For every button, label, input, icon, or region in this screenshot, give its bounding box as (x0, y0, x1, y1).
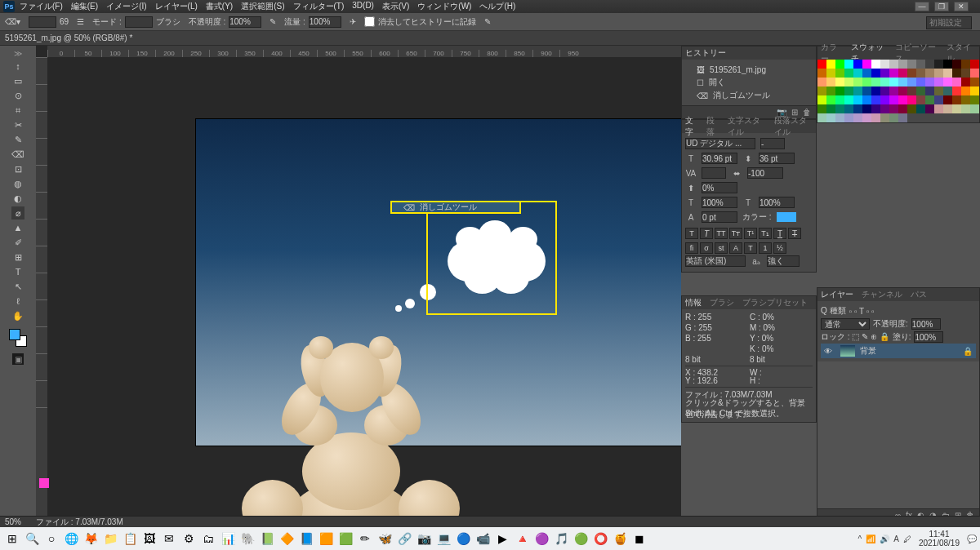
swatch[interactable] (835, 86, 844, 95)
swatch[interactable] (826, 69, 835, 78)
menu-filter[interactable]: フィルター(T) (293, 1, 345, 12)
menu-layer[interactable]: レイヤー(L) (155, 1, 198, 12)
fg-color-swatch[interactable] (9, 329, 20, 340)
swatch[interactable] (898, 104, 907, 113)
brush-panel-icon[interactable]: ☰ (77, 17, 84, 26)
swatch[interactable] (970, 104, 979, 113)
taskbar-app-icon[interactable]: 🟧 (317, 530, 335, 548)
underline-button[interactable]: T (773, 228, 786, 239)
brush-tool[interactable]: ⊡ (11, 162, 24, 175)
swatch[interactable] (889, 113, 898, 122)
leading-input[interactable] (759, 153, 795, 164)
taskbar-app-icon[interactable]: 💻 (434, 530, 452, 548)
swatch[interactable] (889, 104, 898, 113)
doc-size-display[interactable]: ファイル : 7.03M/7.03M (36, 517, 123, 528)
swatch[interactable] (943, 69, 952, 78)
swatch[interactable] (970, 69, 979, 78)
swatch[interactable] (925, 95, 934, 104)
tray-volume-icon[interactable]: 🔊 (880, 534, 889, 543)
brush-tab[interactable]: ブラシ (710, 297, 734, 308)
ot-6[interactable]: 1 (759, 242, 772, 254)
swatch[interactable] (898, 113, 907, 122)
path-select-tool[interactable]: T (11, 265, 24, 278)
swatch[interactable] (907, 60, 916, 69)
min-button[interactable]: — (915, 2, 929, 11)
swatch[interactable] (943, 78, 952, 86)
taskbar-app-icon[interactable]: ◼ (630, 530, 648, 548)
swatch[interactable] (817, 104, 826, 113)
marquee-tool[interactable]: ▭ (11, 74, 24, 87)
taskbar-app-icon[interactable]: 🔍 (23, 530, 41, 548)
swatch[interactable] (898, 86, 907, 95)
workspace-switcher[interactable]: 初期設定 (926, 16, 972, 29)
menu-3d[interactable]: 3D(D) (352, 1, 374, 12)
swatch[interactable] (916, 104, 925, 113)
pressure-opacity-icon[interactable]: ✎ (270, 17, 276, 26)
swatch[interactable] (925, 78, 934, 86)
swatch[interactable] (889, 86, 898, 95)
ot-1[interactable]: fi (685, 242, 698, 254)
ruler-vertical[interactable] (36, 57, 47, 522)
tool-preset-icon[interactable]: ⌫▾ (5, 17, 20, 26)
taskbar-app-icon[interactable]: ⚙ (180, 530, 198, 548)
flow-input[interactable] (309, 16, 341, 28)
swatch[interactable] (835, 113, 844, 122)
menu-edit[interactable]: 編集(E) (71, 1, 98, 12)
swatch[interactable] (826, 95, 835, 104)
font-size-input[interactable] (702, 153, 737, 164)
erase-history-check[interactable] (364, 16, 375, 27)
lang-input[interactable] (685, 255, 746, 267)
swatch[interactable] (970, 78, 979, 86)
swatch[interactable] (880, 113, 889, 122)
paths-tab[interactable]: パス (911, 289, 927, 300)
taskbar-app-icon[interactable]: 🟣 (532, 530, 550, 548)
taskbar-app-icon[interactable]: 📷 (415, 530, 433, 548)
swatch[interactable] (853, 104, 862, 113)
notification-icon[interactable]: 💬 (967, 534, 977, 543)
swatch[interactable] (853, 69, 862, 78)
swatch[interactable] (952, 104, 961, 113)
swatch[interactable] (853, 86, 862, 95)
swatch[interactable] (943, 86, 952, 95)
opacity-input[interactable] (229, 16, 261, 28)
vscale-input[interactable] (759, 197, 795, 208)
swatch[interactable] (889, 95, 898, 104)
quick-mask-button[interactable]: ▣ (12, 353, 24, 365)
move-tool[interactable]: ↕ (11, 60, 24, 73)
menu-window[interactable]: ウィンドウ(W) (417, 1, 471, 12)
ot-4[interactable]: A (729, 242, 742, 254)
swatch[interactable] (916, 69, 925, 78)
swatch[interactable] (844, 60, 853, 69)
swatch[interactable] (889, 60, 898, 69)
lasso-tool[interactable]: ⊙ (11, 89, 24, 102)
swatch[interactable] (952, 95, 961, 104)
bold-button[interactable]: T (685, 228, 698, 239)
menu-select[interactable]: 選択範囲(S) (241, 1, 284, 12)
swatch[interactable] (898, 95, 907, 104)
swatch[interactable] (871, 104, 880, 113)
taskbar-app-icon[interactable]: ✏ (356, 530, 374, 548)
swatch[interactable] (844, 86, 853, 95)
tray-network-icon[interactable]: 📶 (866, 534, 875, 543)
layer-opacity-input[interactable] (911, 318, 941, 330)
tray-expand-icon[interactable]: ^ (858, 534, 862, 543)
swatch[interactable] (826, 104, 835, 113)
baseline-input[interactable] (702, 211, 737, 223)
swatch[interactable] (934, 60, 943, 69)
menu-view[interactable]: 表示(V) (382, 1, 409, 12)
strike-button[interactable]: T (788, 228, 801, 239)
swatch[interactable] (871, 78, 880, 86)
swatch[interactable] (907, 69, 916, 78)
swatch[interactable] (871, 69, 880, 78)
swatch[interactable] (862, 95, 871, 104)
brushpreset-tab[interactable]: ブラシプリセット (742, 297, 808, 308)
caps-button[interactable]: TT (715, 228, 728, 239)
taskbar-app-icon[interactable]: 🐘 (238, 530, 256, 548)
crop-tool[interactable]: ✂ (11, 118, 24, 131)
swatch[interactable] (916, 78, 925, 86)
blend-mode-select[interactable]: 通常 (821, 318, 870, 330)
tracking-input[interactable] (747, 167, 783, 179)
taskbar-app-icon[interactable]: 📹 (474, 530, 492, 548)
tray-ime-icon[interactable]: A (893, 534, 899, 543)
taskbar-app-icon[interactable]: 🍯 (611, 530, 629, 548)
